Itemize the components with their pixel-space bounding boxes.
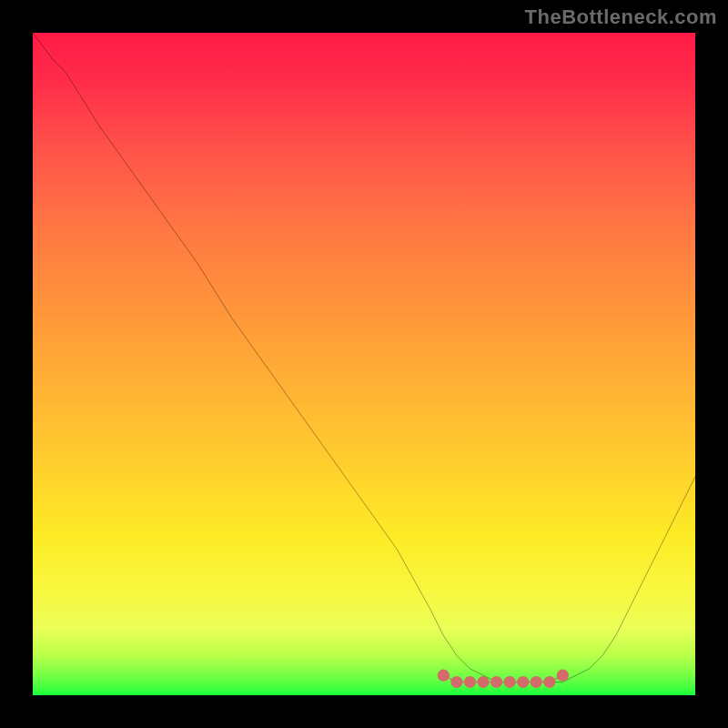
highlight-point (504, 676, 516, 688)
chart-svg-layer (33, 33, 695, 695)
highlight-point (450, 676, 462, 688)
highlight-point (477, 676, 489, 688)
highlight-point (543, 676, 555, 688)
highlight-point (557, 670, 569, 682)
highlighted-data-points-group (438, 670, 569, 688)
watermark-text: TheBottleneck.com (525, 5, 717, 29)
highlight-point (531, 676, 542, 688)
highlight-point (464, 676, 476, 688)
highlight-point (438, 670, 450, 682)
highlight-point (490, 676, 502, 688)
highlight-point (517, 676, 529, 688)
bottleneck-curve-path (33, 33, 695, 682)
chart-frame: TheBottleneck.com (0, 0, 728, 728)
